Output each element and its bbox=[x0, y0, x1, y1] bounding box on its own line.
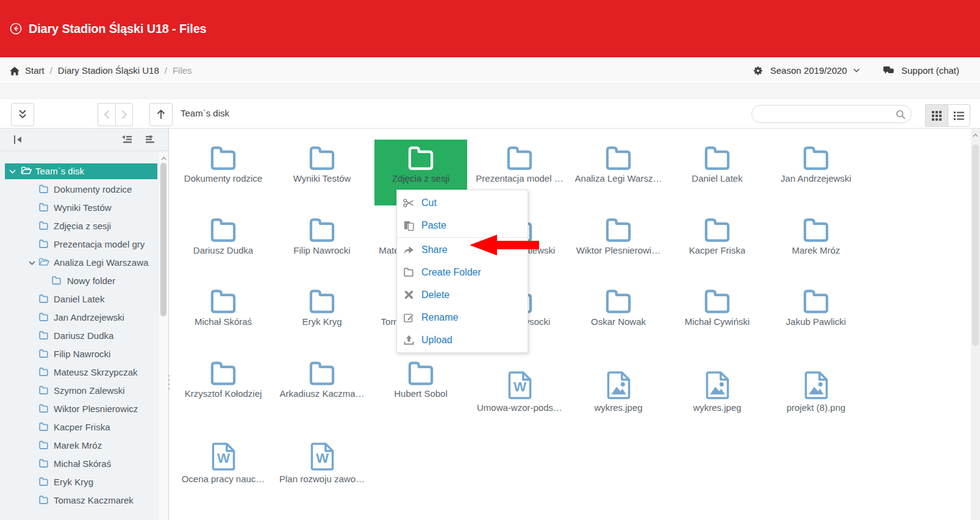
folder-tree-panel: Team`s diskDokumenty rodziceWyniki Testó… bbox=[0, 129, 169, 520]
list-view-button[interactable] bbox=[948, 104, 970, 127]
folder-tile-kacper-friska[interactable]: Kacper Friska bbox=[671, 212, 764, 277]
menu-item-delete[interactable]: Delete bbox=[397, 283, 528, 306]
back-icon[interactable] bbox=[10, 23, 22, 35]
folder-icon bbox=[606, 218, 631, 242]
folder-tile-jan-andrzejewski[interactable]: Jan Andrzejewski bbox=[770, 140, 862, 205]
folder-tile-wyniki-test-w[interactable]: Wyniki Testów bbox=[276, 140, 368, 205]
expand-all-icon[interactable] bbox=[146, 135, 156, 144]
tree-item-nowy-folder[interactable]: Nowy folder bbox=[0, 272, 159, 290]
menu-item-paste[interactable]: Paste bbox=[397, 214, 528, 237]
file-tile-umowa-wzor-pods-[interactable]: WUmowa-wzor-pods… bbox=[473, 355, 566, 421]
folder-tile-marek-mr-z[interactable]: Marek Mróz bbox=[770, 212, 862, 277]
folder-tree: Team`s diskDokumenty rodziceWyniki Testó… bbox=[0, 162, 159, 510]
tree-item-eryk-kryg[interactable]: Eryk Kryg bbox=[0, 473, 159, 491]
chat-icon[interactable] bbox=[883, 66, 894, 75]
tree-item-micha-sk-ra-[interactable]: Michał Skóraś bbox=[0, 455, 159, 473]
folder-icon bbox=[704, 290, 730, 313]
tree-item-daniel-latek[interactable]: Daniel Latek bbox=[0, 290, 159, 308]
menu-item-upload[interactable]: Upload bbox=[397, 329, 528, 351]
content-scrollbar[interactable] bbox=[971, 129, 980, 520]
tree-item-filip-nawrocki[interactable]: Filip Nawrocki bbox=[0, 345, 159, 363]
tree-item-label: Kacper Friska bbox=[54, 422, 110, 432]
collapse-all-icon[interactable] bbox=[122, 135, 132, 144]
file-tile-wykres-jpeg[interactable]: wykres.jpeg bbox=[671, 355, 764, 421]
file-tile-plan-rozwoju-zawo-[interactable]: WPlan rozwoju zawo… bbox=[276, 426, 368, 492]
menu-item-rename[interactable]: Rename bbox=[397, 306, 528, 329]
menu-item-label: Create Folder bbox=[421, 267, 481, 278]
tree-item-dariusz-dudka[interactable]: Dariusz Dudka bbox=[0, 327, 159, 345]
menu-item-label: Upload bbox=[421, 335, 452, 346]
content-scrollbar-thumb[interactable] bbox=[972, 144, 979, 346]
folder-icon bbox=[210, 218, 236, 242]
folder-icon bbox=[38, 368, 49, 376]
folder-icon bbox=[803, 146, 829, 170]
grid-view-button[interactable] bbox=[925, 104, 948, 127]
gear-icon[interactable] bbox=[753, 66, 763, 76]
scroll-up-arrow[interactable] bbox=[973, 134, 978, 137]
tree-item-team-s-disk[interactable]: Team`s disk bbox=[0, 162, 159, 180]
folder-tile-micha-cywi-ski[interactable]: Michał Cywiński bbox=[671, 283, 764, 349]
share-icon bbox=[403, 244, 414, 255]
collapse-sidebar-icon[interactable] bbox=[13, 135, 23, 144]
folder-tile-krzysztof-ko-odziej[interactable]: Krzysztof Kołodziej bbox=[177, 355, 270, 421]
folder-tile-daniel-latek[interactable]: Daniel Latek bbox=[671, 140, 764, 205]
home-icon[interactable] bbox=[10, 66, 20, 76]
tile-label: Dariusz Dudka bbox=[193, 245, 253, 255]
tree-item-tomasz-kaczmarek[interactable]: Tomasz Kaczmarek bbox=[0, 491, 159, 510]
nav-back-button[interactable] bbox=[98, 103, 115, 126]
folder-tile-micha-sk-ra-[interactable]: Michał Skóraś bbox=[177, 283, 270, 349]
search-icon[interactable] bbox=[896, 110, 906, 119]
tree-item-wyniki-test-w[interactable]: Wyniki Testów bbox=[0, 199, 159, 217]
folder-tile-dariusz-dudka[interactable]: Dariusz Dudka bbox=[177, 212, 270, 277]
collapse-panel-button[interactable] bbox=[11, 103, 34, 126]
menu-item-cut[interactable]: Cut bbox=[397, 191, 528, 214]
file-tile-wykres-jpeg[interactable]: wykres.jpeg bbox=[572, 355, 665, 421]
folder-tile-oskar-nowak[interactable]: Oskar Nowak bbox=[572, 283, 665, 349]
file-tile-projekt-8-png[interactable]: projekt (8).png bbox=[770, 355, 862, 421]
tree-item-label: Daniel Latek bbox=[54, 294, 104, 304]
chevron-down-icon[interactable] bbox=[853, 68, 860, 73]
tree-item-mateusz-skrzypczak[interactable]: Mateusz Skrzypczak bbox=[0, 363, 159, 382]
paste-icon bbox=[403, 220, 414, 231]
tree-item-szymon-zalewski[interactable]: Szymon Zalewski bbox=[0, 382, 159, 400]
support-link[interactable]: Support (chat) bbox=[901, 65, 959, 76]
menu-item-create-folder[interactable]: Create Folder bbox=[397, 261, 528, 283]
tree-chevron-down-icon[interactable] bbox=[29, 261, 35, 265]
tree-item-kacper-friska[interactable]: Kacper Friska bbox=[0, 418, 159, 436]
folder-tile-dokumenty-rodzice[interactable]: Dokumenty rodzice bbox=[177, 140, 270, 205]
folder-tile-arkadiusz-kaczma-[interactable]: Arkadiusz Kaczma… bbox=[276, 355, 368, 421]
breadcrumb-separator: / bbox=[50, 65, 52, 76]
folder-tile-eryk-kryg[interactable]: Eryk Kryg bbox=[276, 283, 368, 349]
folder-icon bbox=[210, 290, 236, 313]
tree-item-wiktor-plesnierowicz[interactable]: Wiktor Plesnierowicz bbox=[0, 400, 159, 418]
folder-icon bbox=[38, 203, 49, 212]
folder-tile-analiza-legi-warsz-[interactable]: Analiza Legi Warsz… bbox=[572, 140, 665, 205]
tile-label: Dokumenty rodzice bbox=[184, 173, 262, 183]
nav-up-button[interactable] bbox=[149, 103, 173, 126]
tree-item-analiza-legi-warszawa[interactable]: Analiza Legi Warszawa bbox=[0, 254, 159, 272]
tree-item-prezentacja-model-gry[interactable]: Prezentacja model gry bbox=[0, 235, 159, 254]
tree-chevron-down-icon[interactable] bbox=[9, 169, 16, 174]
tile-label: wykres.jpeg bbox=[693, 402, 741, 413]
scroll-up-arrow[interactable] bbox=[161, 157, 166, 160]
file-tile-ocena-pracy-nauc-[interactable]: WOcena pracy nauc… bbox=[177, 426, 270, 492]
season-selector[interactable]: Season 2019/2020 bbox=[770, 65, 847, 76]
breadcrumb-item-diary[interactable]: Diary Stadion Śląski U18 bbox=[58, 65, 159, 76]
breadcrumb-item-start[interactable]: Start bbox=[25, 65, 45, 76]
image-file-icon bbox=[607, 371, 631, 399]
menu-item-label: Share bbox=[421, 244, 448, 255]
folder-tile-wiktor-plesnierowi-[interactable]: Wiktor Plesnierowi… bbox=[572, 212, 665, 277]
folder-tile-filip-nawrocki[interactable]: Filip Nawrocki bbox=[276, 212, 368, 277]
tree-item-jan-andrzejewski[interactable]: Jan Andrzejewski bbox=[0, 308, 159, 327]
tree-item-marek-mr-z[interactable]: Marek Mróz bbox=[0, 436, 159, 455]
folder-tile-jakub-pawlicki[interactable]: Jakub Pawlicki bbox=[770, 283, 862, 349]
sidebar-scrollbar[interactable] bbox=[159, 152, 168, 520]
tree-item-dokumenty-rodzice[interactable]: Dokumenty rodzice bbox=[0, 180, 159, 199]
folder-icon bbox=[51, 276, 62, 285]
search-input[interactable] bbox=[760, 107, 892, 121]
tree-item-zdj-cia-z-sesji[interactable]: Zdjęcia z sesji bbox=[0, 217, 159, 235]
folder-tile-hubert-sobol[interactable]: Hubert Sobol bbox=[374, 355, 467, 421]
current-location-label: Team`s disk bbox=[181, 108, 229, 118]
nav-forward-button[interactable] bbox=[115, 103, 133, 126]
sidebar-scrollbar-thumb[interactable] bbox=[160, 163, 166, 316]
